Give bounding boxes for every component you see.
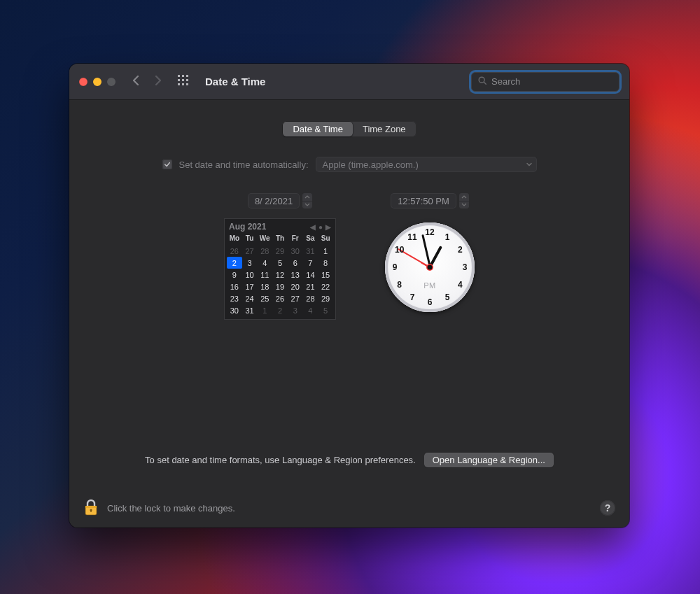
calendar-day[interactable]: 11 [257,269,272,281]
calendar-day[interactable]: 10 [242,269,258,281]
calendar-day[interactable]: 29 [318,292,333,304]
calendar-day[interactable]: 22 [318,281,333,292]
calendar-day[interactable]: 4 [257,257,272,269]
clock-numeral: 5 [441,292,454,302]
calendar[interactable]: Aug 2021 ◀ ● ▶ MoTuWeThFrSaSu26272829303… [224,218,336,320]
calendar-day[interactable]: 27 [242,245,258,257]
calendar-day[interactable]: 3 [242,257,258,269]
titlebar: Date & Time [69,64,629,100]
time-server-dropdown[interactable]: Apple (time.apple.com.) [316,157,537,172]
time-stepper[interactable] [459,193,469,208]
calendar-day[interactable]: 29 [272,245,288,257]
open-language-region-button[interactable]: Open Language & Region... [424,453,554,467]
calendar-day[interactable]: 4 [303,304,318,316]
clock-numeral: 12 [424,227,436,237]
svg-rect-14 [90,510,91,512]
calendar-day[interactable]: 6 [288,257,303,269]
clock-numeral: 11 [406,232,419,242]
search-field[interactable] [471,72,620,92]
back-button[interactable] [131,75,141,89]
calendar-day[interactable]: 25 [257,292,272,304]
date-value: 8/ 2/2021 [248,193,300,208]
svg-rect-0 [178,75,180,77]
stepper-up-icon[interactable] [459,193,469,201]
calendar-day[interactable]: 8 [318,257,333,269]
preferences-window: Date & Time Date & TimeTime Zone Set dat… [69,64,629,528]
calendar-day[interactable]: 13 [288,269,303,281]
tab-time-zone[interactable]: Time Zone [353,122,416,136]
calendar-day[interactable]: 19 [272,281,288,292]
calendar-day[interactable]: 7 [303,257,318,269]
stepper-up-icon[interactable] [302,193,312,201]
calendar-day[interactable]: 28 [303,292,318,304]
calendar-day[interactable]: 2 [227,257,242,269]
svg-rect-2 [186,75,188,77]
calendar-day[interactable]: 28 [257,245,272,257]
window-title: Date & Time [205,76,265,87]
minimize-window-button[interactable] [93,78,102,86]
calendar-day[interactable]: 26 [227,245,242,257]
svg-rect-4 [182,79,184,81]
calendar-prev-icon[interactable]: ◀ [310,223,316,231]
show-all-button[interactable] [177,74,190,90]
calendar-day[interactable]: 5 [318,304,333,316]
calendar-day[interactable]: 3 [288,304,303,316]
calendar-day[interactable]: 12 [272,269,288,281]
auto-set-checkbox[interactable] [162,160,172,169]
date-field[interactable]: 8/ 2/2021 [248,193,312,208]
calendar-day[interactable]: 26 [272,292,288,304]
calendar-month-label: Aug 2021 [229,222,266,232]
nav-arrows [131,75,163,89]
search-icon [477,76,487,88]
calendar-day[interactable]: 1 [257,304,272,316]
clock-numeral: 3 [458,262,471,272]
calendar-day[interactable]: 16 [227,281,242,292]
calendar-day[interactable]: 31 [303,245,318,257]
calendar-day[interactable]: 31 [242,304,258,316]
svg-rect-6 [178,83,180,85]
calendar-day[interactable]: 14 [303,269,318,281]
inner: Date & TimeTime Zone Set date and time a… [86,111,612,488]
calendar-dow: We [257,233,272,245]
zoom-window-button[interactable] [107,78,115,86]
calendar-day[interactable]: 24 [242,292,258,304]
calendar-day[interactable]: 30 [227,304,242,316]
clock-numeral: 6 [424,297,436,307]
close-window-button[interactable] [79,78,88,86]
footer: Click the lock to make changes. ? [69,488,629,528]
forward-button[interactable] [153,75,163,89]
calendar-day[interactable]: 18 [257,281,272,292]
help-button[interactable]: ? [600,500,615,516]
calendar-day[interactable]: 9 [227,269,242,281]
calendar-day[interactable]: 1 [318,245,333,257]
search-input[interactable] [491,76,613,87]
calendar-day[interactable]: 5 [272,257,288,269]
calendar-header: Aug 2021 ◀ ● ▶ [225,219,335,233]
calendar-day[interactable]: 17 [242,281,258,292]
svg-rect-7 [182,83,184,85]
calendar-day[interactable]: 15 [318,269,333,281]
svg-rect-8 [186,83,188,85]
svg-line-10 [484,82,486,84]
stepper-down-icon[interactable] [459,201,469,209]
hint-row: To set date and time formats, use Langua… [100,446,598,477]
calendar-day[interactable]: 30 [288,245,303,257]
chevron-down-icon [526,160,533,170]
calendar-day[interactable]: 21 [303,281,318,292]
stepper-down-icon[interactable] [302,201,312,209]
time-field[interactable]: 12:57:50 PM [391,193,469,208]
calendar-today-icon[interactable]: ● [318,223,323,231]
svg-rect-1 [182,75,184,77]
lock-icon[interactable] [83,498,99,518]
time-column: 12:57:50 PM PM [385,193,475,320]
calendar-next-icon[interactable]: ▶ [326,223,331,231]
calendar-dow: Tu [242,233,258,245]
calendar-day[interactable]: 20 [288,281,303,292]
date-stepper[interactable] [302,193,312,208]
calendar-day[interactable]: 27 [288,292,303,304]
calendar-day[interactable]: 23 [227,292,242,304]
calendar-day[interactable]: 2 [272,304,288,316]
clock-numeral: 2 [454,245,466,255]
auto-set-row: Set date and time automatically: Apple (… [100,157,598,172]
tab-date-time[interactable]: Date & Time [283,122,353,136]
